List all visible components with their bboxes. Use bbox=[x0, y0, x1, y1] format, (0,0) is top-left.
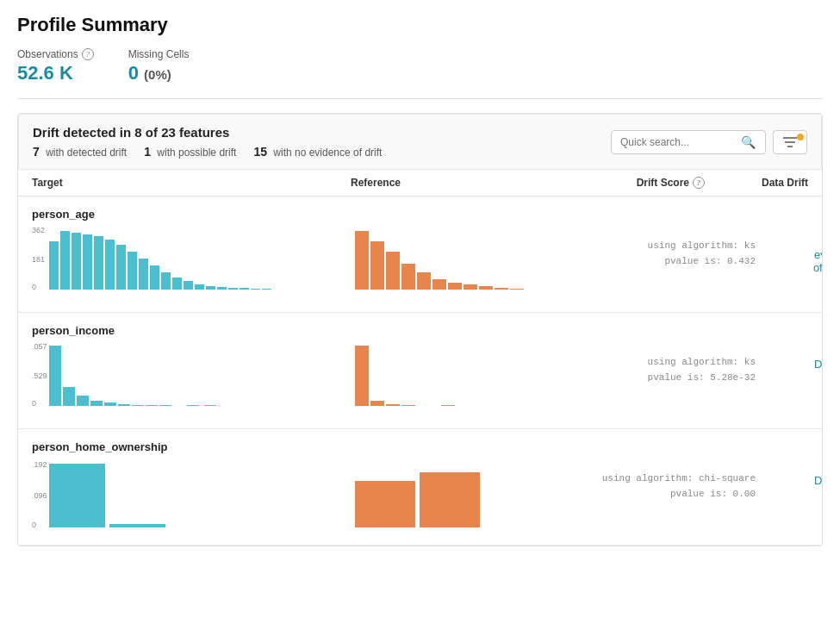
svg-text:0: 0 bbox=[32, 399, 36, 408]
drift-status-person-home: Detected drift ? bbox=[756, 474, 823, 500]
svg-rect-43 bbox=[90, 401, 103, 406]
svg-rect-28 bbox=[386, 252, 400, 290]
observations-stat: Observations ? 52.6 K bbox=[17, 48, 94, 84]
svg-rect-17 bbox=[172, 278, 182, 290]
page-title: Profile Summary bbox=[17, 14, 823, 36]
svg-rect-30 bbox=[417, 272, 431, 290]
drift-count-detected: 7 with detected drift bbox=[33, 145, 127, 159]
svg-rect-61 bbox=[355, 481, 415, 527]
target-chart-person-home: person_home_ownership .192 .096 0 bbox=[32, 440, 351, 534]
svg-rect-14 bbox=[139, 259, 148, 290]
drift-status-person-income: Detected drift ? bbox=[756, 358, 823, 384]
svg-rect-12 bbox=[116, 245, 126, 290]
svg-rect-47 bbox=[146, 405, 158, 406]
drift-status-person-age: No evidence of drift ? bbox=[756, 235, 823, 274]
filter-button[interactable] bbox=[773, 130, 807, 154]
drift-section: Drift detected in 8 of 23 features 7 wit… bbox=[17, 113, 823, 546]
drift-header: Drift detected in 8 of 23 features 7 wit… bbox=[18, 114, 822, 170]
drift-count-none: 15 with no evidence of drift bbox=[253, 145, 382, 159]
algorithm-person-income: using algorithm: ks pvalue is: 5.28e-32 bbox=[566, 355, 756, 385]
svg-rect-33 bbox=[464, 284, 477, 290]
svg-text:.192: .192 bbox=[32, 460, 47, 469]
svg-rect-24 bbox=[251, 289, 260, 290]
svg-rect-32 bbox=[448, 283, 462, 290]
svg-rect-29 bbox=[401, 264, 415, 290]
svg-rect-34 bbox=[479, 286, 493, 290]
filter-active-dot bbox=[797, 134, 804, 140]
svg-rect-59 bbox=[49, 464, 105, 527]
col-data-drift: Data Drift bbox=[705, 177, 808, 189]
svg-rect-44 bbox=[104, 402, 116, 406]
drift-count-possible: 1 with possible drift bbox=[144, 145, 236, 159]
table-row: person_income .057 .529 0 bbox=[18, 313, 822, 429]
svg-rect-62 bbox=[420, 472, 480, 527]
drift-counts: 7 with detected drift 1 with possible dr… bbox=[33, 145, 382, 159]
svg-rect-22 bbox=[228, 288, 238, 290]
observations-label: Observations ? bbox=[17, 48, 94, 60]
svg-rect-9 bbox=[83, 234, 92, 290]
svg-rect-21 bbox=[217, 287, 227, 290]
table-row: person_home_ownership .192 .096 0 bbox=[18, 429, 822, 546]
svg-rect-6 bbox=[49, 241, 59, 290]
svg-rect-15 bbox=[150, 265, 159, 290]
svg-rect-40 bbox=[49, 346, 61, 406]
summary-stats: Observations ? 52.6 K Missing Cells 0 (0… bbox=[17, 48, 823, 99]
algorithm-person-age: using algorithm: ks pvalue is: 0.432 bbox=[566, 239, 756, 269]
svg-text:.096: .096 bbox=[32, 491, 47, 500]
table-row: person_age 362 181 0 bbox=[18, 197, 822, 313]
svg-rect-18 bbox=[184, 281, 193, 290]
drift-header-right: 🔍 bbox=[611, 130, 807, 154]
observations-info-icon[interactable]: ? bbox=[82, 48, 94, 60]
drift-score-info-icon[interactable]: ? bbox=[693, 177, 705, 189]
svg-rect-49 bbox=[187, 405, 199, 406]
svg-rect-46 bbox=[132, 405, 144, 406]
svg-rect-23 bbox=[240, 288, 249, 290]
svg-rect-10 bbox=[94, 236, 103, 290]
svg-rect-26 bbox=[355, 231, 369, 290]
svg-rect-13 bbox=[128, 252, 137, 290]
svg-rect-52 bbox=[370, 401, 384, 406]
svg-rect-50 bbox=[204, 405, 216, 406]
reference-chart-person-age bbox=[351, 207, 566, 302]
missing-cells-label: Missing Cells bbox=[128, 48, 190, 60]
search-box[interactable]: 🔍 bbox=[611, 130, 766, 154]
svg-text:.057: .057 bbox=[32, 342, 47, 351]
svg-rect-31 bbox=[432, 279, 446, 290]
search-input[interactable] bbox=[620, 136, 741, 148]
svg-text:0: 0 bbox=[32, 283, 36, 291]
svg-rect-25 bbox=[262, 289, 271, 290]
svg-rect-45 bbox=[118, 404, 130, 406]
filter-icon bbox=[782, 135, 798, 149]
svg-rect-54 bbox=[401, 405, 415, 406]
reference-chart-person-home bbox=[351, 440, 566, 534]
drift-title: Drift detected in 8 of 23 features bbox=[33, 125, 382, 140]
svg-text:0: 0 bbox=[32, 521, 36, 529]
svg-rect-35 bbox=[495, 288, 508, 290]
svg-rect-51 bbox=[355, 346, 369, 406]
missing-cells-stat: Missing Cells 0 (0%) bbox=[128, 48, 190, 84]
target-chart-person-income: person_income .057 .529 0 bbox=[32, 324, 351, 418]
svg-text:362: 362 bbox=[32, 226, 45, 234]
svg-rect-19 bbox=[195, 284, 204, 290]
observations-value: 52.6 K bbox=[17, 62, 94, 84]
svg-rect-16 bbox=[161, 272, 171, 290]
svg-text:181: 181 bbox=[32, 255, 45, 264]
table-header: Target Reference Drift Score ? Data Drif… bbox=[18, 170, 822, 197]
svg-rect-55 bbox=[441, 405, 455, 406]
svg-rect-20 bbox=[206, 286, 215, 290]
page-container: Profile Summary Observations ? 52.6 K Mi… bbox=[0, 0, 840, 560]
svg-rect-27 bbox=[370, 241, 384, 290]
search-icon: 🔍 bbox=[741, 135, 756, 149]
svg-text:.529: .529 bbox=[32, 371, 47, 380]
svg-rect-60 bbox=[109, 524, 165, 527]
svg-rect-48 bbox=[159, 405, 171, 406]
reference-chart-person-income bbox=[351, 323, 566, 418]
algorithm-person-home: using algorithm: chi-square pvalue is: 0… bbox=[566, 471, 756, 502]
drift-header-left: Drift detected in 8 of 23 features 7 wit… bbox=[33, 125, 382, 159]
svg-rect-53 bbox=[386, 404, 400, 406]
col-drift-score: Drift Score ? bbox=[515, 177, 705, 189]
svg-rect-36 bbox=[510, 289, 524, 290]
svg-rect-41 bbox=[63, 387, 75, 406]
svg-rect-11 bbox=[105, 240, 115, 290]
missing-cells-value: 0 (0%) bbox=[128, 62, 190, 84]
